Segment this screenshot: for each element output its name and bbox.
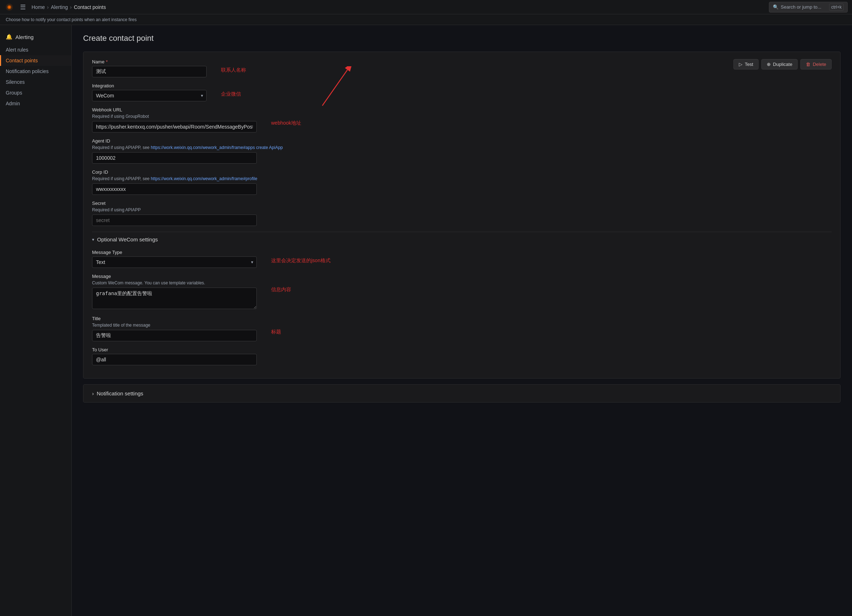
menu-icon[interactable]: ☰ xyxy=(19,2,27,12)
message-field-row: Message Custom WeCom message. You can us… xyxy=(92,273,832,310)
sidebar-item-groups[interactable]: Groups xyxy=(0,88,71,98)
breadcrumb-home[interactable]: Home xyxy=(32,4,45,10)
message-type-field-row: Message Type Text Markdown Image News 这里… xyxy=(92,250,832,268)
integration-field-row: Integration WeCom Email Slack 企业微信 xyxy=(92,83,832,101)
agent-id-link[interactable]: https://work.weixin.qq.com/wework_admin/… xyxy=(151,145,283,150)
breadcrumb-current: Contact points xyxy=(74,4,106,10)
sidebar-item-silences[interactable]: Silences xyxy=(0,77,71,88)
secret-input[interactable] xyxy=(92,214,257,226)
breadcrumb-sep-2: › xyxy=(70,4,72,10)
form-section-main: ▷ Test ⊕ Duplicate 🗑 Delete Name * xyxy=(83,51,840,379)
agent-id-sublabel: Required if using APIAPP, see https://wo… xyxy=(92,145,832,150)
corp-id-label: Corp ID xyxy=(92,169,832,175)
sidebar-item-admin[interactable]: Admin xyxy=(0,98,71,109)
corp-id-sublabel: Required if using APIAPP, see https://wo… xyxy=(92,176,832,181)
agent-id-input[interactable] xyxy=(92,152,257,164)
layout: 🔔 Alerting Alert rules Contact points No… xyxy=(0,25,852,616)
to-user-input[interactable] xyxy=(92,354,257,365)
svg-point-2 xyxy=(8,6,11,8)
corp-id-field-row: Corp ID Required if using APIAPP, see ht… xyxy=(92,169,832,195)
corp-id-link[interactable]: https://work.weixin.qq.com/wework_admin/… xyxy=(151,176,257,181)
secret-label: Secret xyxy=(92,201,832,206)
integration-select-wrapper: WeCom Email Slack xyxy=(92,90,207,101)
breadcrumb-alerting[interactable]: Alerting xyxy=(51,4,68,10)
main-content: Create contact point ▷ Test ⊕ Duplicate … xyxy=(72,25,852,616)
message-textarea[interactable]: grafana里的配置告警啦 xyxy=(92,288,257,309)
search-icon: 🔍 xyxy=(773,4,779,10)
search-bar[interactable]: 🔍 Search or jump to... ctrl+k xyxy=(769,2,848,12)
optional-settings-header[interactable]: ▾ Optional WeCom settings xyxy=(92,232,832,245)
sidebar-title-text: Alerting xyxy=(15,34,34,40)
webhook-annotation: webhook地址 xyxy=(271,120,301,127)
optional-settings-title: Optional WeCom settings xyxy=(97,236,158,243)
sidebar-item-contact-points[interactable]: Contact points xyxy=(0,55,71,66)
name-label: Name * xyxy=(92,59,832,65)
title-input[interactable] xyxy=(92,330,257,341)
search-shortcut: ctrl+k xyxy=(829,4,844,11)
message-label: Message xyxy=(92,273,832,279)
sidebar-title: 🔔 Alerting xyxy=(0,31,71,44)
search-placeholder: Search or jump to... xyxy=(781,4,821,10)
message-type-select[interactable]: Text Markdown Image News xyxy=(92,257,257,268)
sidebar-item-notification-policies[interactable]: Notification policies xyxy=(0,66,71,77)
integration-annotation: 企业微信 xyxy=(221,91,241,97)
grafana-logo xyxy=(4,2,14,12)
integration-label: Integration xyxy=(92,83,832,89)
webhook-field-row: Webhook URL Required if using GroupRobot… xyxy=(92,107,832,133)
secret-sublabel: Required if using APIAPP xyxy=(92,207,832,212)
webhook-input[interactable] xyxy=(92,121,257,133)
title-annotation: 标题 xyxy=(271,329,281,335)
subheader-text: Choose how to notify your contact points… xyxy=(6,17,137,22)
name-input[interactable] xyxy=(92,66,207,77)
topbar: ☰ Home › Alerting › Contact points 🔍 Sea… xyxy=(0,0,852,14)
page-title: Create contact point xyxy=(83,34,840,43)
title-sublabel: Templated title of the message xyxy=(92,323,832,328)
sidebar: 🔔 Alerting Alert rules Contact points No… xyxy=(0,25,72,616)
agent-id-field-row: Agent ID Required if using APIAPP, see h… xyxy=(92,138,832,164)
message-annotation: 信息内容 xyxy=(271,287,291,293)
sidebar-item-alert-rules[interactable]: Alert rules xyxy=(0,44,71,55)
to-user-field-row: To User xyxy=(92,347,832,365)
subheader: Choose how to notify your contact points… xyxy=(0,14,852,25)
integration-select[interactable]: WeCom Email Slack xyxy=(92,90,207,101)
to-user-label: To User xyxy=(92,347,832,352)
message-type-select-wrapper: Text Markdown Image News xyxy=(92,257,257,268)
title-field-row: Title Templated title of the message 标题 xyxy=(92,316,832,341)
secret-field-row: Secret Required if using APIAPP xyxy=(92,201,832,226)
notification-settings-section: › Notification settings xyxy=(83,384,840,403)
message-sublabel: Custom WeCom message. You can use templa… xyxy=(92,281,832,285)
notification-settings-header[interactable]: › Notification settings xyxy=(92,390,832,397)
breadcrumb-sep-1: › xyxy=(47,4,49,10)
corp-id-input[interactable] xyxy=(92,183,257,195)
name-field-row: Name * 联系人名称 xyxy=(92,59,832,77)
name-annotation: 联系人名称 xyxy=(221,67,246,73)
webhook-label: Webhook URL xyxy=(92,107,832,112)
notification-chevron-icon: › xyxy=(92,390,94,397)
breadcrumb: Home › Alerting › Contact points xyxy=(32,4,764,10)
agent-id-label: Agent ID xyxy=(92,138,832,143)
name-required: * xyxy=(106,59,108,65)
webhook-sublabel: Required if using GroupRobot xyxy=(92,114,832,119)
message-type-annotation: 这里会决定发送的json格式 xyxy=(271,258,331,264)
title-label: Title xyxy=(92,316,832,321)
bell-icon: 🔔 xyxy=(6,34,12,40)
chevron-down-icon: ▾ xyxy=(92,237,94,242)
notification-settings-title: Notification settings xyxy=(97,390,143,397)
message-type-label: Message Type xyxy=(92,250,832,255)
